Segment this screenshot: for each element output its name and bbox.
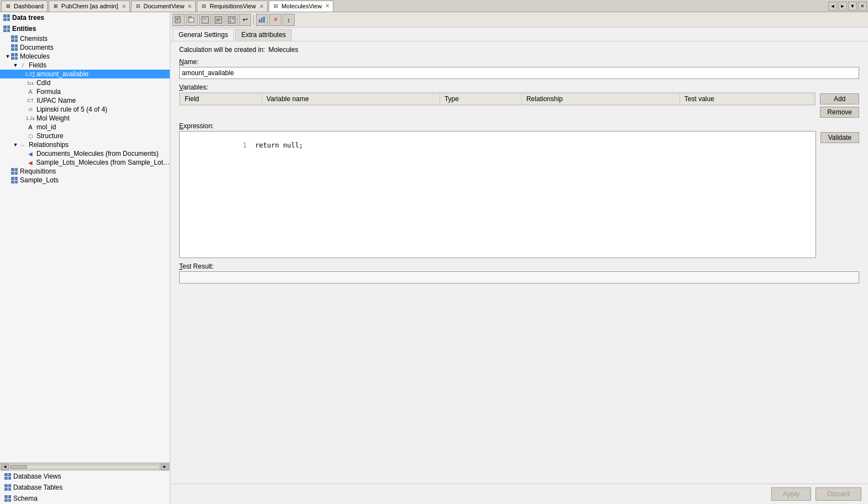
variables-row: Field Variable name Type Relationship Te… [179,92,859,118]
section-entities[interactable]: Entities [0,23,170,34]
main-layout: Data trees Entities Chemists Documents [0,12,868,504]
svg-rect-7 [203,18,206,20]
scroll-left-arrow[interactable]: ◄ [1,464,9,470]
tree-item-cdid[interactable]: 1₂₃ CdId [0,78,170,87]
svg-rect-5 [189,17,191,18]
tree-item-documents[interactable]: Documents [0,43,170,52]
documentview-tab-close[interactable]: ✕ [187,3,192,9]
formula-label: Formula [36,88,61,96]
tab-ctrl-down[interactable]: ▼ [848,2,857,11]
tree-item-sample-mol[interactable]: ◀ Sample_Lots_Molecules (from Sample_Lot… [0,158,170,167]
iupac-label: IUPAC Name [36,97,76,104]
tab-documentview[interactable]: ⊟ DocumentView ✕ [131,1,196,12]
undo-icon: ↩ [243,16,248,23]
toolbar-btn-2[interactable] [186,14,198,26]
toolbar4-icon [215,16,222,24]
tree-item-iupac[interactable]: CT IUPAC Name [0,96,170,105]
tab-general-settings[interactable]: General Settings [172,29,234,41]
new-icon [175,16,182,24]
tab-ctrl-right[interactable]: ► [838,2,847,11]
toolbar-btn-4[interactable] [212,14,224,26]
toolbar-btn-cancel[interactable]: ✕ [269,14,281,26]
toolbar-btn-chart[interactable] [256,14,268,26]
apply-button[interactable]: Apply [771,487,811,501]
moleculesview-tab-icon: ⊟ [273,3,279,9]
extra-tab-label: Extra attributes [241,31,286,39]
expression-editor[interactable]: 1 return null; [180,132,815,258]
test-result-input[interactable] [179,271,859,284]
expression-container: 1 return null; [179,131,816,258]
cancel-icon: ✕ [273,16,278,23]
toolbar-btn-5[interactable] [226,14,238,26]
cdid-label: CdId [36,79,50,87]
nav-schema[interactable]: Schema [0,493,170,504]
molecules-label: Molecules [20,53,50,60]
nav-database-views[interactable]: Database Views [0,471,170,482]
tab-ctrl-left[interactable]: ◄ [828,2,837,11]
remove-button[interactable]: Remove [820,107,859,118]
structure-label: Structure [36,132,64,140]
tab-moleculesview[interactable]: ⊟ MoleculesView ✕ [269,1,333,12]
tab-moleculesview-label: MoleculesView [281,3,322,9]
validate-button[interactable]: Validate [820,132,859,143]
fields-label: Fields [29,61,46,69]
tab-extra-attributes[interactable]: Extra attributes [235,29,292,41]
variables-label: Variables: [179,83,208,91]
dashboard-tab-icon: ⊞ [5,3,12,9]
variables-buttons: Add Remove [820,92,859,118]
tree-item-chemists[interactable]: Chemists [0,34,170,43]
tab-requisitionsview[interactable]: ⊟ RequisitionsView ✕ [197,1,268,12]
scroll-thumb [11,465,27,469]
add-button[interactable]: Add [820,93,859,104]
tree-item-amount-available[interactable]: 1,2∑ amount_available [0,70,170,78]
tree-item-molid[interactable]: A mol_id [0,123,170,132]
moleculesview-tab-close[interactable]: ✕ [325,3,330,9]
tree-item-lipinski[interactable]: ct Lipinski rule of 5 (4 of 4) [0,105,170,114]
col-variable-name: Variable name [262,93,440,105]
discard-button[interactable]: Discard [815,487,861,501]
col-type: Type [440,93,521,105]
tree-item-fields[interactable]: ▼ 𝑓 Fields [0,61,170,70]
test-result-label-row: Test Result: [179,262,859,270]
toolbar-btn-sort[interactable]: ↕ [283,14,295,26]
nav-database-tables[interactable]: Database Tables [0,482,170,493]
tab-ctrl-close[interactable]: ✕ [858,2,867,11]
tree-item-formula[interactable]: A Formula [0,87,170,96]
svg-rect-15 [229,20,231,22]
toolbar-btn-new[interactable] [172,14,185,26]
tab-dashboard-label: Dashboard [14,3,44,9]
toolbar-btn-undo[interactable]: ↩ [239,14,251,26]
h-scrollbar[interactable]: ◄ ► [0,463,170,470]
col-field: Field [180,93,262,105]
name-underline-char: N [179,58,184,66]
dbviews-icon [4,473,11,480]
tree-item-molecules[interactable]: ▼ Molecules [0,52,170,61]
schema-icon [4,495,11,502]
left-bottom: Database Views Database Tables Schema [0,470,170,504]
calculation-entity: Molecules [268,46,298,54]
tab-dashboard[interactable]: ⊞ Dashboard [1,1,48,12]
tree-item-structure[interactable]: ⬡ Structure [0,132,170,140]
requisitionsview-tab-close[interactable]: ✕ [259,3,264,9]
scroll-right-arrow[interactable]: ► [161,464,169,470]
form-area: Calculation will be created in: Molecule… [170,41,868,484]
tree-item-requisitions[interactable]: Requisitions [0,167,170,176]
amount-icon: 1,2∑ [27,70,34,78]
toolbar-btn-3[interactable] [199,14,211,26]
tree-item-relationships[interactable]: ▼ ↔ Relationships [0,140,170,149]
pubchem-tab-close[interactable]: ✕ [122,3,126,9]
scroll-track[interactable] [10,465,160,469]
tree-item-doc-mol[interactable]: ◀ Documents_Molecules (from Documents) [0,149,170,158]
tab-pubchem[interactable]: ⊞ PubChem [as admin] ✕ [49,1,130,12]
tree-item-molweight[interactable]: 1.2₃ Mol Weight [0,114,170,123]
svg-rect-17 [261,18,263,23]
svg-rect-14 [232,18,234,19]
pubchem-tab-icon: ⊞ [53,3,59,9]
tree-item-sample-lots[interactable]: Sample_Lots [0,176,170,185]
samplemol-icon: ◀ [27,159,34,166]
name-input[interactable] [179,67,859,79]
documents-icon [11,44,18,51]
right-panel: ↩ ✕ ↕ General Settings E [170,12,868,504]
section-data-trees[interactable]: Data trees [0,12,170,23]
lipinski-label: Lipinski rule of 5 (4 of 4) [36,106,107,113]
